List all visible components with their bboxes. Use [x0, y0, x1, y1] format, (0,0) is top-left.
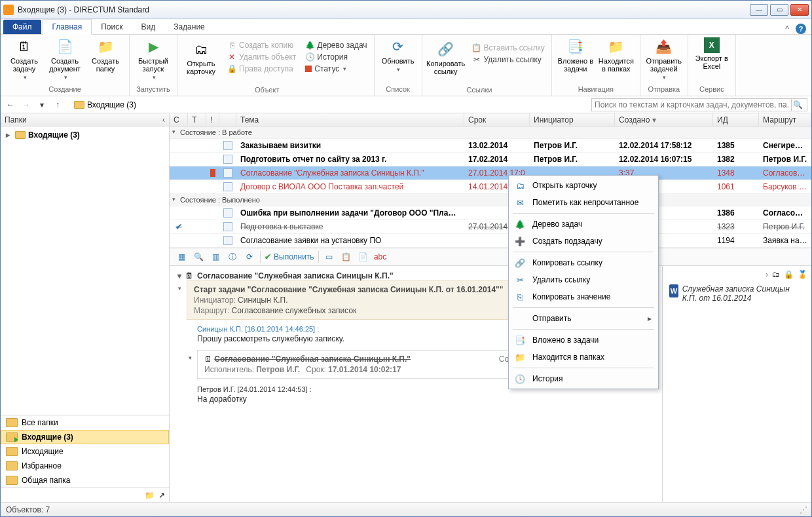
col-theme[interactable]: Тема	[236, 113, 464, 126]
table-row[interactable]: Согласование заявки на установку ПО8:251…	[170, 234, 811, 248]
status-button[interactable]: Статус	[304, 64, 368, 74]
preview-toolbar: ▦ 🔍 ▥ ⓘ ⟳ ✔Выполнить ▭ 📋 📄 abc	[170, 248, 811, 266]
folder-outbox[interactable]: Исходящие	[1, 444, 169, 459]
create-copy-button[interactable]: ⎘Создать копию	[226, 40, 297, 50]
col-id[interactable]: ИД	[713, 113, 759, 126]
info-icon[interactable]: ⓘ	[226, 250, 239, 263]
attachment-item[interactable]: W Служебная записка Синицын К.П. от 16.0…	[667, 282, 807, 305]
tab-search[interactable]: Поиск	[92, 20, 132, 34]
cm-mark-unread[interactable]: ✉Пометить как непрочитанное	[510, 194, 657, 211]
delete-link-button[interactable]: ✂Удалить ссылку	[471, 54, 546, 65]
col-icon[interactable]	[219, 113, 236, 126]
collapse-left-icon[interactable]: ‹	[162, 115, 165, 124]
tab-task[interactable]: Задание	[164, 20, 214, 34]
table-row[interactable]: Подготовить отчет по сайту за 2013 г.17.…	[170, 153, 811, 166]
close-button[interactable]: ✕	[790, 4, 809, 16]
pt-icon-4[interactable]: abc	[374, 250, 387, 263]
tab-file[interactable]: Файл	[3, 20, 41, 34]
access-rights-button[interactable]: 🔒Права доступа	[226, 64, 297, 74]
cm-copy-value[interactable]: ⎘Копировать значение	[510, 288, 657, 305]
export-excel-button[interactable]: XЭкспорт в Excel	[693, 37, 730, 70]
cm-open-card[interactable]: 🗂Открыть карточку	[510, 177, 657, 194]
tab-view[interactable]: Вид	[132, 20, 164, 34]
send-task-button[interactable]: 📤Отправить задачей	[646, 37, 682, 81]
resize-grip-icon[interactable]: ⋰	[800, 505, 806, 514]
col-init[interactable]: Инициатор	[530, 113, 615, 126]
ribbon-collapse-icon[interactable]: ^	[785, 24, 789, 33]
col-mark[interactable]: !	[206, 113, 219, 126]
card-icon[interactable]: 🗂	[772, 270, 780, 279]
nav-up-button[interactable]: ↑	[52, 99, 64, 111]
cm-copy-link[interactable]: 🔗Копировать ссылку	[510, 254, 657, 271]
col-type[interactable]: Т	[188, 113, 206, 126]
cm-in-tasks[interactable]: 📑Вложено в задачи	[510, 332, 657, 349]
cm-create-subtask[interactable]: ➕Создать подзадачу	[510, 233, 657, 250]
in-folders-button[interactable]: 📁Находится в папках	[598, 37, 635, 73]
folder-all[interactable]: Все папки	[1, 415, 169, 430]
group-done[interactable]: Состояние : Выполнено	[170, 194, 811, 206]
refresh-icon[interactable]: ⟳	[243, 250, 256, 263]
ribbon-group-create: 🗓Создать задачу 📄Создать документ 📁Созда…	[1, 35, 130, 96]
tab-main[interactable]: Главная	[43, 19, 92, 35]
task-tree-button[interactable]: 🌲Дерево задач	[304, 40, 368, 50]
col-created[interactable]: Создано	[615, 113, 713, 126]
refresh-button[interactable]: ⟳Обновить	[380, 37, 416, 73]
task-grid[interactable]: Состояние : В работе Заказываем визитки1…	[170, 126, 811, 248]
breadcrumb[interactable]: Входящие (3)	[74, 100, 136, 109]
in-tasks-button[interactable]: 📑Вложено в задачи	[557, 37, 594, 73]
maximize-button[interactable]: ▭	[770, 4, 788, 16]
table-row[interactable]: Заказываем визитки13.02.2014Петров И.Г.1…	[170, 139, 811, 153]
columns-icon[interactable]: ▥	[209, 250, 222, 263]
col-route[interactable]: Маршрут	[759, 113, 811, 126]
pt-icon-2[interactable]: 📋	[340, 250, 353, 263]
group-in-work[interactable]: Состояние : В работе	[170, 126, 811, 139]
folder-inbox[interactable]: Входящие (3)	[1, 430, 169, 444]
table-row[interactable]: ✔Подготовка к выставке27.01.20140:531323…	[170, 220, 811, 234]
execute-button[interactable]: ✔Выполнить	[265, 252, 314, 261]
folder-tree[interactable]: ▸ Входящие (3)	[1, 126, 169, 415]
nav-back-button[interactable]: ←	[5, 99, 16, 111]
table-row[interactable]: Согласование "Служебная записка Синицын …	[170, 166, 811, 180]
ribbon-group-object: 🗂Открыть карточку ⎘Создать копию ✕Удалит…	[177, 35, 375, 96]
folder-favorites[interactable]: Избранное	[1, 459, 169, 473]
expand-icon[interactable]: ↗	[158, 491, 165, 500]
minimize-button[interactable]: —	[750, 4, 768, 16]
history-button[interactable]: 🕓История	[304, 52, 368, 62]
col-due[interactable]: Срок	[464, 113, 530, 126]
paste-link-button[interactable]: 📋Вставить ссылку	[471, 43, 546, 53]
folder-shared[interactable]: Общая папка	[1, 473, 169, 488]
lock-icon[interactable]: 🔒	[784, 270, 794, 279]
table-row[interactable]: Договор с ВИОЛА ООО Поставка зап.частей1…	[170, 180, 811, 194]
search-input[interactable]	[595, 100, 788, 109]
create-folder-button[interactable]: 📁Создать папку	[87, 37, 124, 81]
cm-task-tree[interactable]: 🌲Дерево задач	[510, 216, 657, 233]
copy-link-button[interactable]: 🔗Копировать ссылку	[428, 40, 464, 75]
nav-forward-button[interactable]: →	[20, 99, 32, 111]
help-icon[interactable]: ?	[796, 24, 806, 34]
open-card-button[interactable]: 🗂Открыть карточку	[183, 40, 219, 75]
search-icon[interactable]: 🔍	[791, 98, 804, 111]
folder-shortcuts: Все папки Входящие (3) Исходящие Избранн…	[1, 415, 169, 488]
cm-send[interactable]: Отправить▸	[510, 310, 657, 327]
folder-view-icon[interactable]: 📁	[145, 491, 155, 500]
search-icon[interactable]: 🔍	[192, 250, 205, 263]
context-menu[interactable]: 🗂Открыть карточку ✉Пометить как непрочит…	[508, 175, 659, 389]
nav-right-icon[interactable]: ›	[766, 270, 768, 279]
nav-history-dropdown[interactable]: ▾	[36, 99, 48, 111]
table-row[interactable]: Ошибка при выполнении задачи "Договор ОО…	[170, 206, 811, 220]
delete-object-button[interactable]: ✕Удалить объект	[226, 52, 297, 62]
pt-icon-1[interactable]: ▭	[323, 250, 336, 263]
layout-icon[interactable]: ▦	[175, 250, 188, 263]
cm-delete-link[interactable]: ✂Удалить ссылку	[510, 271, 657, 288]
pt-icon-3[interactable]: 📄	[357, 250, 370, 263]
cm-history[interactable]: 🕓История	[510, 370, 657, 387]
col-state[interactable]: С	[170, 113, 188, 126]
create-task-button[interactable]: 🗓Создать задачу	[6, 37, 43, 81]
badge-icon[interactable]: 🏅	[798, 270, 807, 279]
search-box[interactable]: 🔍	[591, 98, 807, 111]
cm-in-folders[interactable]: 📁Находится в папках	[510, 349, 657, 366]
ribbon-group-run: ▶Быстрый запуск Запустить	[130, 35, 177, 96]
quick-run-button[interactable]: ▶Быстрый запуск	[135, 37, 172, 81]
tree-root[interactable]: ▸ Входящие (3)	[3, 129, 166, 141]
create-document-button[interactable]: 📄Создать документ	[46, 37, 83, 81]
